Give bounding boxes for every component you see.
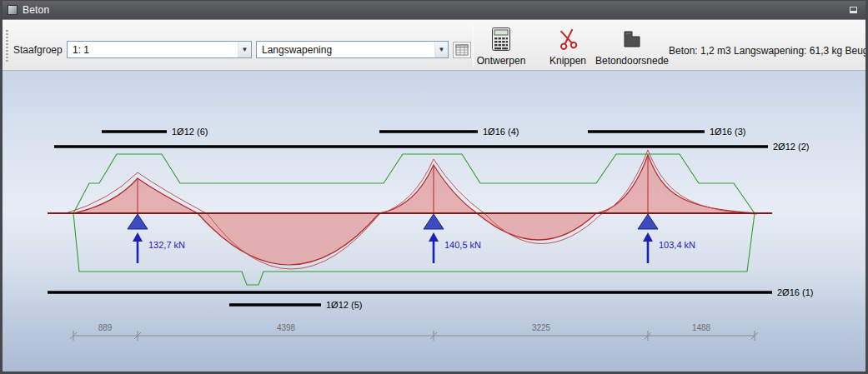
- dimension-label-3: 3225: [532, 323, 551, 332]
- calculator-icon: [492, 26, 510, 52]
- collapse-button[interactable]: [845, 4, 860, 17]
- dimension-label-2: 4398: [277, 323, 296, 332]
- support-triangle-1: [128, 214, 148, 229]
- reaction-label-1: 132,7 kN: [148, 240, 185, 250]
- ontwerpen-label: Ontwerpen: [477, 55, 526, 67]
- betondoorsnede-button[interactable]: Betondoorsnede: [593, 24, 671, 69]
- rebar-label-top-right[interactable]: 1Ø16 (3): [710, 127, 745, 137]
- window-title: Beton: [23, 4, 49, 16]
- beam-drawing[interactable]: 132,7 kN 140,5 kN 103,4 kN 1Ø12 (6) 1Ø16…: [3, 71, 865, 372]
- dimension-lines: [70, 331, 758, 341]
- app-icon: [8, 5, 18, 15]
- table-icon: [455, 44, 469, 56]
- wapening-value: Langswapening: [262, 44, 434, 56]
- dimension-label-4: 1488: [692, 323, 711, 332]
- scissors-icon: [555, 24, 580, 53]
- restore-icon: [850, 7, 857, 13]
- knippen-button[interactable]: Knippen: [544, 24, 591, 69]
- chevron-down-icon[interactable]: ▼: [238, 42, 251, 57]
- reaction-arrow-shafts: [138, 241, 648, 263]
- knippen-label: Knippen: [549, 55, 586, 67]
- reaction-arrow-heads: [133, 232, 653, 242]
- beton-window: Beton Staafgroep 1: 1 ▼ Langswapening ▼: [0, 0, 868, 374]
- reaction-arrow-head-2: [429, 232, 439, 242]
- ontwerpen-button[interactable]: Ontwerpen: [474, 24, 528, 69]
- dimension-label-1: 889: [98, 323, 113, 332]
- staafgroep-combobox[interactable]: 1: 1 ▼: [67, 41, 252, 58]
- status-text: Beton: 1,2 m3 Langswapening: 61,3 kg Beu…: [669, 45, 865, 57]
- rebar-label-top-full[interactable]: 2Ø12 (2): [773, 142, 809, 152]
- toolbar-grip[interactable]: [6, 30, 8, 63]
- toolbar: Staafgroep 1: 1 ▼ Langswapening ▼: [3, 19, 865, 71]
- support-triangle-2: [424, 214, 444, 229]
- staafgroep-value: 1: 1: [73, 44, 238, 56]
- table-button[interactable]: [453, 42, 471, 58]
- rebar-label-top-mid[interactable]: 1Ø16 (4): [483, 127, 519, 137]
- chevron-down-icon[interactable]: ▼: [434, 42, 448, 57]
- cross-section-icon: [622, 26, 642, 52]
- reaction-arrow-head-1: [133, 232, 143, 242]
- reaction-label-3: 103,4 kN: [659, 240, 695, 250]
- dimension-labels: 889 4398 3225 1488: [98, 323, 711, 332]
- rebar-label-top-left[interactable]: 1Ø12 (6): [172, 127, 208, 137]
- toolbar-separator: [473, 25, 474, 67]
- staafgroep-label: Staafgroep: [13, 44, 63, 56]
- titlebar[interactable]: Beton: [3, 1, 865, 19]
- drawing-area[interactable]: 132,7 kN 140,5 kN 103,4 kN 1Ø12 (6) 1Ø16…: [3, 71, 865, 372]
- rebar-lines: [48, 132, 772, 305]
- reaction-arrow-head-3: [643, 232, 653, 242]
- support-moment-verticals: [138, 155, 648, 213]
- wapening-combobox[interactable]: Langswapening ▼: [256, 41, 449, 58]
- rebar-label-bottom-full[interactable]: 2Ø16 (1): [777, 287, 813, 297]
- betondoorsnede-label: Betondoorsnede: [595, 55, 669, 67]
- support-triangle-3: [638, 214, 658, 229]
- reaction-label-2: 140,5 kN: [444, 240, 481, 250]
- rebar-label-bottom-mid[interactable]: 1Ø12 (5): [326, 300, 362, 310]
